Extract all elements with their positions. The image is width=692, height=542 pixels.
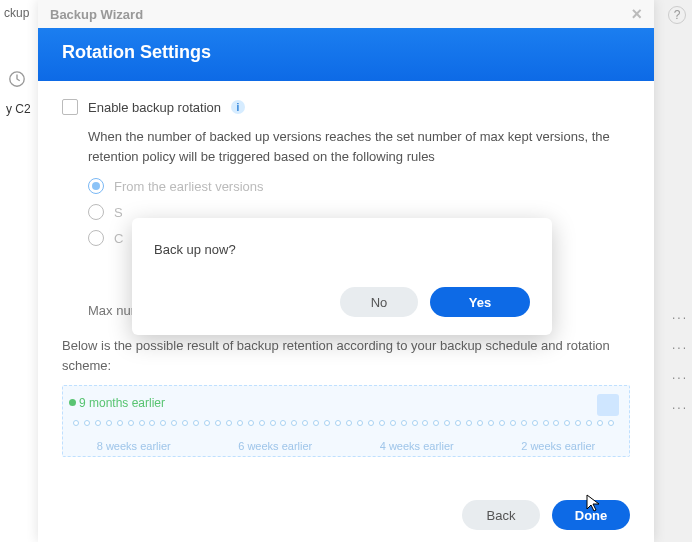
calendar-icon[interactable] — [597, 394, 619, 416]
page-title: Rotation Settings — [62, 42, 211, 62]
help-icon[interactable]: ? — [668, 6, 686, 24]
week-label: 2 weeks earlier — [521, 440, 595, 452]
bg-tab: ckup — [0, 0, 39, 26]
clock-icon — [8, 70, 26, 88]
close-icon[interactable]: × — [631, 4, 642, 25]
wizard-header: Rotation Settings — [38, 28, 654, 81]
wizard-footer: Back Done — [38, 488, 654, 542]
back-button[interactable]: Back — [462, 500, 540, 530]
wizard-title: Backup Wizard — [50, 7, 143, 22]
radio-option-2[interactable] — [88, 204, 104, 220]
radio-option-3-label: C — [114, 231, 123, 246]
timeline-weeks: 8 weeks earlier 6 weeks earlier 4 weeks … — [63, 440, 629, 452]
enable-rotation-label: Enable backup rotation — [88, 100, 221, 115]
no-button[interactable]: No — [340, 287, 418, 317]
rotation-description: When the number of backed up versions re… — [88, 127, 630, 166]
info-icon[interactable]: i — [231, 100, 245, 114]
timeline-months-label: 9 months earlier — [79, 396, 165, 410]
bg-c2-item[interactable]: y C2 — [0, 96, 39, 122]
timeline-axis — [73, 420, 619, 430]
side-ellipsis: ... ... ... ... — [672, 300, 688, 420]
retention-timeline: 9 months earlier 8 weeks earlier 6 weeks… — [62, 385, 630, 457]
dialog-text: Back up now? — [154, 242, 530, 257]
wizard-titlebar: Backup Wizard × — [38, 0, 654, 28]
confirm-dialog: Back up now? No Yes — [132, 218, 552, 335]
timeline-dot-icon — [69, 399, 76, 406]
radio-earliest[interactable] — [88, 178, 104, 194]
yes-button[interactable]: Yes — [430, 287, 530, 317]
timeline-description: Below is the possible result of backup r… — [62, 336, 630, 375]
radio-earliest-label: From the earliest versions — [114, 179, 264, 194]
radio-option-3[interactable] — [88, 230, 104, 246]
week-label: 8 weeks earlier — [97, 440, 171, 452]
week-label: 4 weeks earlier — [380, 440, 454, 452]
week-label: 6 weeks earlier — [238, 440, 312, 452]
done-button[interactable]: Done — [552, 500, 630, 530]
radio-option-2-label: S — [114, 205, 123, 220]
enable-rotation-checkbox[interactable] — [62, 99, 78, 115]
